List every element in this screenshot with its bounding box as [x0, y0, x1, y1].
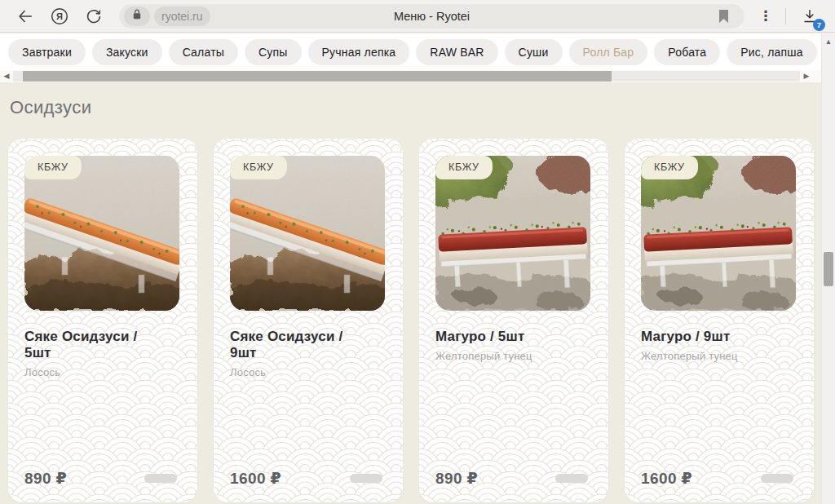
tab-ruchnaya-lepka[interactable]: Ручная лепка — [308, 39, 410, 65]
dish-title: Магуро / 9шт — [641, 329, 775, 345]
dish-subtitle: Желтоперый тунец — [435, 350, 592, 362]
dish-photo-salmon-oshizushi: КБЖУ — [24, 156, 179, 311]
dish-card[interactable]: КБЖУ Сяке Осидзуси / 9шт Лосось 1600 ₽ — [214, 139, 403, 502]
nutrition-badge[interactable]: КБЖУ — [435, 156, 493, 179]
tab-raw-bar[interactable]: RAW BAR — [416, 39, 497, 65]
tab-supy[interactable]: Супы — [245, 39, 302, 65]
dish-price: 890 ₽ — [24, 469, 67, 488]
browser-home-button[interactable]: Я — [46, 2, 73, 30]
dish-title: Магуро / 5шт — [435, 329, 570, 345]
browser-viewport: Завтраки Закуски Салаты Супы Ручная лепк… — [0, 33, 821, 504]
horizontal-scrollbar-thumb[interactable] — [23, 71, 612, 82]
horizontal-scrollbar[interactable]: ◀ ▶ — [0, 70, 821, 82]
weight-pill — [144, 474, 177, 483]
browser-menu-button[interactable]: ⋮ — [756, 2, 775, 30]
vertical-scrollbar[interactable]: ▲ — [821, 33, 835, 504]
weight-pill — [761, 474, 793, 483]
dish-card[interactable]: КБЖУ Сяке Осидзуси / 5шт Лосось 890 ₽ — [8, 139, 197, 502]
tab-sushi[interactable]: Суши — [505, 39, 563, 65]
section-title: Осидзуси — [10, 97, 821, 118]
back-arrow-icon — [16, 7, 34, 25]
dish-card[interactable]: КБЖУ Магуро / 9шт Желтоперый тунец 1600 … — [625, 139, 814, 502]
dish-photo-maguro: КБЖУ — [641, 156, 796, 311]
svg-text:Я: Я — [56, 11, 63, 21]
nutrition-badge[interactable]: КБЖУ — [641, 156, 698, 179]
browser-toolbar: Я ryotei.ru Меню - Ryotei ⋮ 7 — [0, 0, 835, 33]
downloads-count-badge: 7 — [813, 19, 825, 31]
tab-robata[interactable]: Робата — [654, 39, 720, 65]
back-button[interactable] — [11, 2, 39, 30]
kebab-menu-icon: ⋮ — [759, 7, 773, 24]
dish-price: 1600 ₽ — [641, 469, 692, 488]
reload-icon — [85, 7, 103, 25]
bookmark-flag-icon[interactable] — [718, 9, 730, 24]
dish-title: Сяке Осидзуси / 5шт — [24, 329, 159, 361]
downloads-button[interactable]: 7 — [796, 2, 824, 30]
tab-zakuski[interactable]: Закуски — [92, 39, 162, 65]
yandex-logo-icon: Я — [50, 7, 69, 26]
tab-zavtraki[interactable]: Завтраки — [8, 39, 86, 65]
tab-roll-bar[interactable]: Ролл Бар — [569, 39, 648, 65]
menu-page: Осидзуси КБЖУ Сяке Осидзуси / 5шт Лосось… — [0, 82, 821, 504]
dish-price: 890 ₽ — [435, 469, 478, 488]
dish-price: 1600 ₽ — [230, 469, 281, 488]
address-bar[interactable]: ryotei.ru Меню - Ryotei — [119, 4, 744, 29]
dish-photo-salmon-oshizushi: КБЖУ — [230, 156, 385, 311]
lock-icon — [131, 8, 143, 24]
toolbar-divider — [785, 8, 786, 24]
nutrition-badge[interactable]: КБЖУ — [24, 156, 82, 179]
dish-subtitle: Желтоперый тунец — [641, 350, 797, 362]
dish-photo-maguro: КБЖУ — [435, 156, 590, 311]
dish-title: Сяке Осидзуси / 9шт — [230, 329, 364, 361]
weight-pill — [555, 474, 588, 483]
scroll-left-arrow-icon[interactable]: ◀ — [0, 70, 13, 82]
category-tabs: Завтраки Закуски Салаты Супы Ручная лепк… — [0, 33, 821, 70]
tab-ris-lapsha[interactable]: Рис, лапша — [727, 39, 817, 65]
nutrition-badge[interactable]: КБЖУ — [230, 156, 287, 179]
scroll-right-arrow-icon[interactable]: ▶ — [800, 70, 813, 82]
weight-pill — [350, 474, 382, 483]
vertical-scrollbar-thumb[interactable] — [824, 252, 833, 286]
dish-card[interactable]: КБЖУ Магуро / 5шт Желтоперый тунец 890 ₽ — [419, 139, 608, 502]
tab-salaty[interactable]: Салаты — [169, 39, 238, 65]
dish-cards-row: КБЖУ Сяке Осидзуси / 5шт Лосось 890 ₽ — [8, 139, 821, 502]
scroll-up-arrow-icon[interactable]: ▲ — [822, 35, 835, 48]
page-tab-title: Меню - Ryotei — [201, 10, 663, 23]
site-security-chip[interactable] — [124, 7, 150, 26]
dish-subtitle: Лосось — [230, 366, 387, 378]
reload-button[interactable] — [80, 2, 108, 30]
dish-subtitle: Лосось — [24, 366, 181, 378]
